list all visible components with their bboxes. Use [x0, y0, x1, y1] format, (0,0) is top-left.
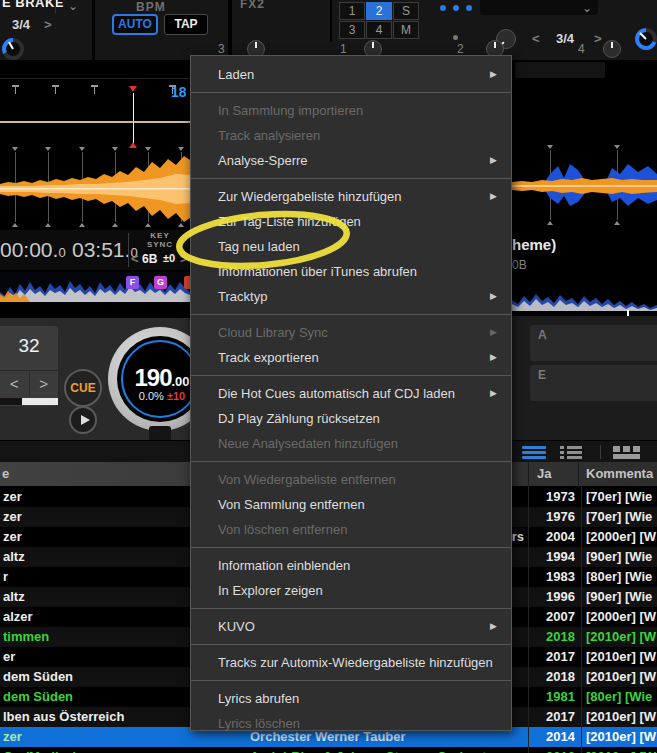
key-sync-label: KEYSYNC: [133, 231, 187, 249]
menu-item-tracks-zur-automix-wiedergabeliste[interactable]: Tracks zur Automix-Wiedergabeliste hinzu…: [191, 650, 511, 675]
column-header-comment[interactable]: Kommenta: [586, 466, 653, 481]
submenu-arrow-icon: ▶: [490, 148, 497, 173]
rekordbox-window: E BRAKE ⌄ 3/4 > BPM AUTO TAP FX2 1 2 S 3…: [0, 0, 657, 753]
submenu-arrow-icon: ▶: [490, 381, 497, 406]
channel-knob[interactable]: [1, 37, 25, 61]
divider: [600, 445, 601, 459]
menu-item-track-exportieren[interactable]: Track exportieren▶: [191, 345, 511, 370]
divider: [330, 0, 332, 42]
grid-marker-icon: [129, 142, 137, 148]
divider: [55, 0, 56, 13]
menu-separator: [191, 608, 511, 609]
menu-item-analyse-sperre[interactable]: Analyse-Sperre▶: [191, 148, 511, 173]
playhead-line: [133, 93, 134, 145]
submenu-arrow-icon: ▶: [490, 320, 497, 345]
elapsed-time: -00:00.0: [0, 238, 66, 262]
menu-item-zur-tag-liste-hinzufuegen[interactable]: Zur Tag-Liste hinzufügen: [191, 209, 511, 234]
beat-jump-forward-button[interactable]: >: [30, 371, 59, 396]
fx2-slot-grid: 1 2 S 3 4 M: [339, 2, 420, 41]
tempo-range: ±10: [167, 390, 185, 402]
fx2-slot-1[interactable]: 1: [339, 2, 365, 20]
right-overview-waveform[interactable]: [512, 286, 657, 312]
submenu-arrow-icon: ▶: [490, 345, 497, 370]
artwork-view-icon[interactable]: [613, 446, 640, 459]
chevron-down-icon[interactable]: ⌄: [68, 0, 78, 13]
panel-fragment: [515, 62, 605, 78]
divider: [578, 462, 579, 487]
status-dot: [440, 5, 446, 11]
fx2-beat-prev-icon[interactable]: <: [532, 31, 540, 46]
menu-item-tag-neu-laden[interactable]: Tag neu laden: [191, 234, 511, 259]
menu-item-zur-wiedergabeliste-hinzufuegen[interactable]: Zur Wiedergabeliste hinzufügen▶: [191, 184, 511, 209]
menu-item-hot-cues-automatisch-auf-cdj-laden[interactable]: Die Hot Cues automatisch auf CDJ laden▶: [191, 381, 511, 406]
column-header-title-tail[interactable]: e: [2, 466, 9, 481]
hot-cue-section: A E: [512, 316, 657, 440]
grid-marker-icon: [129, 86, 137, 92]
grid-baseline: [0, 121, 190, 123]
grid-beat-number: 18: [171, 84, 187, 100]
fx2-slot-2-active[interactable]: 2: [366, 2, 392, 20]
right-deck-area: heme) 0B A E: [512, 62, 657, 440]
key-value: 6B: [142, 252, 157, 266]
menu-separator: [191, 461, 511, 462]
fx2-slot-s[interactable]: S: [393, 2, 419, 20]
fx2-beat-next-icon[interactable]: >: [594, 31, 602, 46]
key-prev-icon[interactable]: <: [131, 251, 139, 266]
knob-label-3: 3: [218, 42, 225, 56]
column-header-year[interactable]: Ja: [537, 466, 551, 481]
bpm-tap-button[interactable]: TAP: [164, 14, 208, 35]
deck-waveform-area[interactable]: 18: [0, 80, 190, 230]
cue-marker-g[interactable]: G: [154, 276, 167, 289]
menu-item-in-sammlung-importieren: In Sammlung importieren: [191, 98, 511, 123]
beat-jump-value: 32: [0, 326, 58, 357]
menu-item-lyrics-loeschen: Lyrics löschen: [191, 711, 511, 736]
right-enlarged-waveform[interactable]: [512, 140, 657, 230]
table-row[interactable]: Go (Medley)André Rieu & Johann Strauss O…: [0, 747, 657, 753]
beat-jump-back-button[interactable]: <: [0, 371, 30, 396]
channel-knob-4[interactable]: [603, 40, 621, 58]
menu-separator: [191, 178, 511, 179]
context-menu: Laden▶ In Sammlung importieren Track ana…: [190, 55, 512, 731]
menu-item-in-explorer-zeigen[interactable]: In Explorer zeigen: [191, 578, 511, 603]
bpm-label: BPM: [136, 0, 166, 14]
menu-separator: [191, 92, 511, 93]
menu-item-lyrics-abrufen[interactable]: Lyrics abrufen: [191, 686, 511, 711]
key-next-icon[interactable]: >: [180, 251, 188, 266]
menu-item-laden[interactable]: Laden▶: [191, 62, 511, 87]
fx2-label: FX2: [240, 0, 265, 11]
enlarged-waveform[interactable]: [0, 150, 190, 228]
hot-cue-bank-a[interactable]: A: [530, 325, 657, 361]
fx2-slot-m[interactable]: M: [393, 21, 419, 39]
menu-item-kuvo[interactable]: KUVO▶: [191, 614, 511, 639]
track-overview-strip[interactable]: F G: [0, 272, 190, 303]
cue-button[interactable]: CUE: [64, 369, 102, 407]
list-view-icon[interactable]: [522, 446, 546, 461]
status-dot: [453, 35, 458, 40]
menu-separator: [191, 680, 511, 681]
cue-marker-f[interactable]: F: [126, 276, 139, 289]
detail-list-view-icon[interactable]: [560, 446, 582, 461]
tempo-percent: 0.0%: [139, 390, 164, 402]
fx2-slot-4[interactable]: 4: [366, 21, 392, 39]
menu-item-von-sammlung-entfernen[interactable]: Von Sammlung entfernen: [191, 492, 511, 517]
bpm-auto-button[interactable]: AUTO: [112, 14, 158, 35]
submenu-arrow-icon: ▶: [490, 184, 497, 209]
fx-wet-dry-knob[interactable]: [634, 27, 657, 51]
knob-label-4: 4: [578, 42, 585, 56]
beat-jump-panel: 32 < >: [0, 326, 58, 406]
beat-tick: [12, 85, 19, 87]
menu-item-dj-play-zaehlung-ruecksetzen[interactable]: DJ Play Zählung rücksetzen: [191, 406, 511, 431]
divider: [528, 462, 529, 487]
fx2-slot-3[interactable]: 3: [339, 21, 365, 39]
play-button[interactable]: [69, 406, 97, 434]
top-effects-bar: E BRAKE ⌄ 3/4 > BPM AUTO TAP FX2 1 2 S 3…: [0, 0, 657, 60]
fx-beat-next-icon[interactable]: >: [44, 17, 52, 32]
fx-type-dropdown[interactable]: ⌄: [480, 0, 598, 15]
menu-item-information-einblenden[interactable]: Information einblenden: [191, 553, 511, 578]
hot-cue-bank-e[interactable]: E: [530, 365, 657, 401]
menu-separator: [191, 547, 511, 548]
menu-item-informationen-ueber-itunes-abrufen[interactable]: Informationen über iTunes abrufen: [191, 259, 511, 284]
beat-tick: [52, 85, 59, 87]
menu-item-tracktyp[interactable]: Tracktyp▶: [191, 284, 511, 309]
fx2-beat-value: 3/4: [556, 31, 574, 46]
